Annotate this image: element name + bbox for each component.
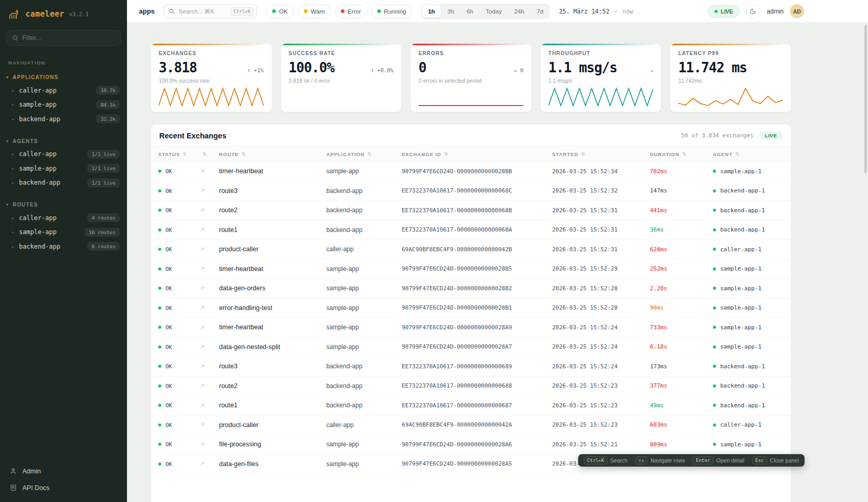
table-row[interactable]: OK ↗ timer-heartbeat sample-app 90799F47…	[151, 318, 791, 338]
range-button[interactable]: 1h	[422, 5, 440, 18]
open-detail-icon[interactable]: ↗	[200, 460, 219, 467]
section-title: AGENTS	[12, 138, 38, 144]
table-row[interactable]: OK ↗ error-handling-test sample-app 9079…	[151, 299, 791, 318]
open-detail-icon[interactable]: ↗	[200, 168, 219, 175]
open-detail-icon[interactable]: ↗	[200, 285, 219, 292]
search-input[interactable]	[178, 8, 226, 15]
status-ok-dot	[158, 423, 161, 427]
status-cell: OK	[158, 363, 200, 369]
sidebar-item[interactable]: ▸ backend-app 1/1 live	[0, 176, 127, 190]
table-row[interactable]: OK ↗ route3 backend-app EE7322370A10617-…	[151, 182, 791, 201]
sidebar-item-label: caller-app	[19, 150, 56, 158]
table-row[interactable]: OK ↗ product-caller caller-app 69AC90BF8…	[151, 416, 791, 435]
open-detail-icon[interactable]: ↗	[200, 363, 219, 370]
open-detail-icon[interactable]: ↗	[200, 226, 219, 233]
stat-label: LATENCY P99	[678, 50, 783, 56]
sidebar-section-header[interactable]: ▾ AGENTS	[0, 135, 127, 147]
search-icon	[12, 35, 18, 41]
sidebar-item[interactable]: ▸ sample-app 16 routes	[0, 225, 127, 240]
stat-label: THROUGHPUT	[548, 50, 654, 56]
scrollbar[interactable]	[864, 25, 867, 173]
column-label: AGENT	[713, 151, 733, 157]
sidebar-item[interactable]: ▸ backend-app 32.2k	[0, 112, 127, 126]
table-row[interactable]: OK ↗ data-gen-nested-split sample-app 90…	[151, 338, 791, 357]
stat-subtext: 3.818 ok / 0 error	[289, 78, 394, 84]
status-ok-dot	[158, 248, 161, 251]
open-detail-icon[interactable]: ↗	[200, 421, 219, 428]
table-row[interactable]: OK ↗ product-caller caller-app 69AC90BF8…	[151, 240, 791, 260]
sidebar-item[interactable]: ▸ caller-app 10.7k	[0, 83, 127, 98]
open-detail-icon[interactable]: ↗	[200, 324, 219, 331]
duration-cell: 733ms	[650, 324, 713, 331]
sidebar-item[interactable]: ▸ sample-app 1/1 live	[0, 161, 127, 176]
table-row[interactable]: OK ↗ timer-heartbeat sample-app 90799F47…	[151, 260, 791, 279]
time-range-display[interactable]: 25. März 14:52 — now	[559, 8, 633, 15]
table-row[interactable]: OK ↗ route2 backend-app EE7322370A10617-…	[151, 377, 791, 396]
application-cell: backend-app	[326, 402, 402, 409]
range-start: 25. März 14:52	[559, 8, 609, 15]
open-detail-icon[interactable]: ↗	[200, 441, 219, 448]
table-row[interactable]: OK ↗ route1 backend-app EE7322370A10617-…	[151, 396, 791, 416]
sidebar-item[interactable]: ▸ caller-app 4 routes	[0, 211, 127, 225]
sidebar-filter[interactable]	[6, 30, 121, 46]
range-button[interactable]: 6h	[461, 5, 479, 18]
sidebar-item-api-docs[interactable]: API Docs	[9, 484, 118, 492]
sidebar-item-label: API Docs	[22, 484, 49, 492]
sidebar-item-badge: 16 routes	[85, 228, 120, 237]
range-button[interactable]: 7d	[531, 5, 549, 18]
open-detail-icon[interactable]: ↗	[200, 402, 219, 409]
chevron-right-icon: ▸	[11, 229, 14, 235]
table-row[interactable]: OK ↗ data-gen-orders sample-app 90799F47…	[151, 279, 791, 299]
status-filter-chip[interactable]: Running	[371, 5, 413, 18]
column-header[interactable]: EXCHANGE ID ⇅	[402, 151, 552, 157]
open-detail-icon[interactable]: ↗	[200, 304, 219, 311]
status-filter-chip[interactable]: Warn	[298, 5, 331, 18]
sidebar-section-header[interactable]: ▾ ROUTES	[0, 198, 127, 211]
column-header[interactable]: DURATION ⇅	[650, 151, 713, 157]
sidebar-item[interactable]: ▸ sample-app 84.1k	[0, 98, 127, 112]
open-detail-icon[interactable]: ↗	[200, 343, 219, 350]
sidebar-item[interactable]: ▸ backend-app 6 routes	[0, 239, 127, 254]
status-ok-dot	[158, 345, 161, 349]
range-button[interactable]: 24h	[508, 5, 530, 18]
column-header[interactable]: ROUTE ⇅	[219, 151, 326, 157]
open-detail-icon[interactable]: ↗	[200, 382, 219, 389]
sidebar-item[interactable]: ▸ caller-app 1/1 live	[0, 147, 127, 162]
table-row[interactable]: OK ↗ route2 backend-app EE7322370A10617-…	[151, 201, 791, 221]
logo[interactable]: cameleer v3.2.1	[0, 0, 127, 27]
status-ok-dot	[158, 462, 161, 466]
column-header[interactable]: AGENT ⇅	[713, 151, 791, 157]
status-filter-chip[interactable]: OK	[266, 5, 294, 18]
column-header[interactable]: APPLICATION ⇅	[326, 151, 402, 157]
table-row[interactable]: OK ↗ route1 backend-app EE7322370A10617-…	[151, 221, 791, 240]
open-detail-icon[interactable]: ↗	[200, 246, 219, 253]
range-button[interactable]: Today	[480, 5, 507, 18]
sidebar-section-header[interactable]: ▾ APPLICATIONS	[0, 71, 127, 83]
range-button[interactable]: 3h	[442, 5, 460, 18]
agent-label: sample-app-1	[720, 343, 761, 350]
live-badge: LIVE	[759, 131, 783, 140]
sidebar-item-admin[interactable]: Admin	[9, 467, 118, 475]
table-row[interactable]: OK ↗ file-processing sample-app 90799F47…	[151, 435, 791, 455]
status-ok-dot	[158, 365, 161, 368]
column-header[interactable]: STARTED ⇅	[552, 151, 650, 157]
column-header[interactable]: STATUS ⇅	[158, 151, 200, 157]
global-search[interactable]: Ctrl+K	[163, 4, 257, 18]
exchange-id-cell: EE7322370A10617-0000000000000689	[402, 363, 552, 370]
status-filter-chip[interactable]: Error	[335, 5, 367, 18]
status-label: OK	[165, 461, 172, 467]
open-detail-icon[interactable]: ↗	[200, 265, 219, 272]
avatar[interactable]: AD	[790, 4, 804, 18]
live-toggle[interactable]: LIVE	[708, 5, 739, 18]
open-detail-icon[interactable]: ↗	[200, 187, 219, 194]
duration-cell: 702ms	[650, 168, 713, 175]
application-cell: sample-app	[326, 285, 402, 292]
table-row[interactable]: OK ↗ timer-heartbeat sample-app 90799F47…	[151, 162, 791, 182]
open-detail-icon[interactable]: ↗	[200, 207, 219, 214]
agent-live-dot	[713, 384, 716, 388]
status-label: OK	[165, 383, 172, 389]
table-row[interactable]: OK ↗ route3 backend-app EE7322370A10617-…	[151, 357, 791, 377]
dark-mode-toggle[interactable]	[746, 4, 760, 19]
filter-input[interactable]	[22, 34, 115, 42]
column-header[interactable]: ⇅	[200, 151, 219, 157]
